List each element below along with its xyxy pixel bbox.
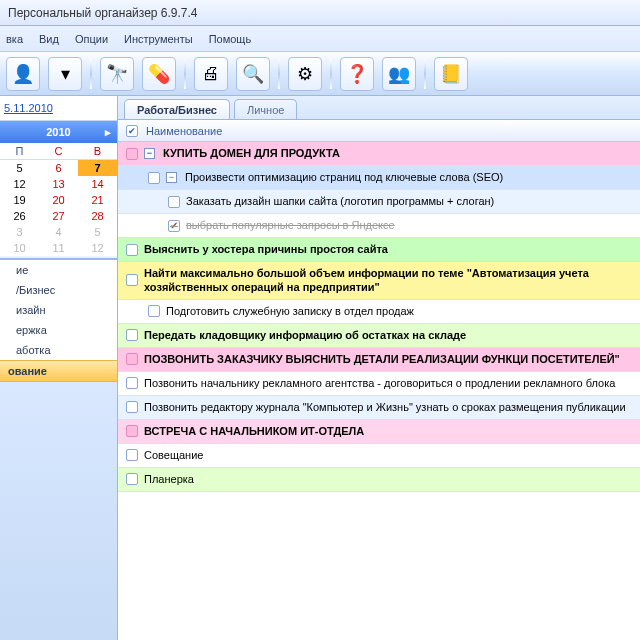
task-label: Планерка [144, 472, 634, 486]
calendar-day[interactable]: 10 [0, 240, 39, 256]
task-row[interactable]: Передать кладовщику информацию об остатк… [118, 324, 640, 348]
task-row[interactable]: ВСТРЕЧА С НАЧАЛЬНИКОМ ИТ-ОТДЕЛА [118, 420, 640, 444]
select-all-checkbox[interactable]: ✔ [126, 125, 138, 137]
calendar-day[interactable]: 27 [39, 208, 78, 224]
tree-toggle-icon[interactable]: − [166, 172, 177, 183]
task-row[interactable]: Позвонить начальнику рекламного агентств… [118, 372, 640, 396]
task-checkbox[interactable] [126, 377, 138, 389]
task-label: Совещание [144, 448, 634, 462]
task-row[interactable]: Совещание [118, 444, 640, 468]
category-item[interactable]: ержка [0, 320, 117, 340]
task-label: ПОЗВОНИТЬ ЗАКАЗЧИКУ ВЫЯСНИТЬ ДЕТАЛИ РЕАЛ… [144, 352, 634, 366]
category-selected[interactable]: ование [0, 360, 117, 382]
calendar-day[interactable]: 21 [78, 192, 117, 208]
calendar-day[interactable]: 12 [78, 240, 117, 256]
task-checkbox[interactable] [148, 172, 160, 184]
calendar-day[interactable]: 28 [78, 208, 117, 224]
category-item[interactable]: /Бизнес [0, 280, 117, 300]
people-icon[interactable]: 👥 [382, 57, 416, 91]
calendar-day[interactable]: 14 [78, 176, 117, 192]
task-label: Позвонить редактору журнала "Компьютер и… [144, 400, 634, 414]
task-checkbox[interactable] [126, 425, 138, 437]
calendar-day[interactable]: 4 [39, 224, 78, 240]
calendar-day[interactable]: 7 [78, 160, 117, 177]
task-row[interactable]: Заказать дизайн шапки сайта (логотип про… [118, 190, 640, 214]
calendar-day[interactable]: 13 [39, 176, 78, 192]
task-checkbox[interactable] [168, 196, 180, 208]
task-row[interactable]: Планерка [118, 468, 640, 492]
category-item[interactable]: ие [0, 260, 117, 280]
task-label: Подготовить служебную записку в отдел пр… [166, 304, 634, 318]
chevron-right-icon[interactable]: ▸ [105, 126, 111, 139]
tabs: Работа/Бизнес Личное [118, 96, 640, 120]
task-label: Найти максимально большой объем информац… [144, 266, 634, 295]
task-checkbox[interactable] [126, 274, 138, 286]
content-area: Работа/Бизнес Личное ✔ Наименование −КУП… [118, 96, 640, 640]
calendar[interactable]: П С В 567121314192021262728345101112 [0, 143, 117, 256]
task-label: ВСТРЕЧА С НАЧАЛЬНИКОМ ИТ-ОТДЕЛА [144, 424, 634, 438]
task-checkbox[interactable] [126, 401, 138, 413]
sidebar: 5.11.2010 2010 ▸ П С В 56712131419202126… [0, 96, 118, 640]
calendar-day[interactable]: 5 [0, 160, 39, 177]
task-label: Произвести оптимизацию страниц под ключе… [185, 170, 634, 184]
calendar-day[interactable]: 20 [39, 192, 78, 208]
menu-item[interactable]: Опции [75, 33, 108, 45]
task-row[interactable]: Найти максимально большой объем информац… [118, 262, 640, 300]
column-header[interactable]: ✔ Наименование [118, 120, 640, 142]
task-row[interactable]: −КУПИТЬ ДОМЕН ДЛЯ ПРОДУКТА [118, 142, 640, 166]
user-icon[interactable]: 👤 [6, 57, 40, 91]
help-icon[interactable]: ❓ [340, 57, 374, 91]
task-checkbox[interactable] [126, 473, 138, 485]
task-checkbox[interactable] [168, 220, 180, 232]
funnel-icon[interactable]: ▾ [48, 57, 82, 91]
calendar-day[interactable]: 19 [0, 192, 39, 208]
task-row[interactable]: Позвонить редактору журнала "Компьютер и… [118, 396, 640, 420]
task-checkbox[interactable] [126, 148, 138, 160]
gear-icon[interactable]: ⚙ [288, 57, 322, 91]
notepad-icon[interactable]: 📒 [434, 57, 468, 91]
tree-toggle-icon[interactable]: − [144, 148, 155, 159]
menu-item[interactable]: Помощь [209, 33, 252, 45]
calendar-day[interactable]: 11 [39, 240, 78, 256]
category-item[interactable]: аботка [0, 340, 117, 360]
app-title: Персональный органайзер 6.9.7.4 [8, 6, 198, 20]
category-item[interactable]: изайн [0, 300, 117, 320]
menu-item[interactable]: Вид [39, 33, 59, 45]
calendar-day[interactable]: 12 [0, 176, 39, 192]
task-row[interactable]: Подготовить служебную записку в отдел пр… [118, 300, 640, 324]
task-row[interactable]: ПОЗВОНИТЬ ЗАКАЗЧИКУ ВЫЯСНИТЬ ДЕТАЛИ РЕАЛ… [118, 348, 640, 372]
tab-personal[interactable]: Личное [234, 99, 297, 119]
menu-item[interactable]: Инструменты [124, 33, 193, 45]
task-row[interactable]: выбрать популярные запросы в Яндексе [118, 214, 640, 238]
title-bar: Персональный органайзер 6.9.7.4 [0, 0, 640, 26]
category-panel: ие/Бизнесизайнержкааботка ование [0, 258, 117, 640]
current-date-link[interactable]: 5.11.2010 [0, 96, 117, 121]
task-label: Заказать дизайн шапки сайта (логотип про… [186, 194, 634, 208]
printer-icon[interactable]: 🖨 [194, 57, 228, 91]
calendar-day[interactable]: 26 [0, 208, 39, 224]
calendar-day[interactable]: 5 [78, 224, 117, 240]
pill-icon[interactable]: 💊 [142, 57, 176, 91]
task-checkbox[interactable] [126, 449, 138, 461]
toolbar: 👤 ▾ 🔭 💊 🖨 🔍 ⚙ ❓ 👥 📒 [0, 52, 640, 96]
task-list[interactable]: −КУПИТЬ ДОМЕН ДЛЯ ПРОДУКТА−Произвести оп… [118, 142, 640, 640]
task-checkbox[interactable] [126, 244, 138, 256]
tab-work[interactable]: Работа/Бизнес [124, 99, 230, 119]
menu-bar: вка Вид Опции Инструменты Помощь [0, 26, 640, 52]
task-row[interactable]: −Произвести оптимизацию страниц под ключ… [118, 166, 640, 190]
task-checkbox[interactable] [126, 329, 138, 341]
calendar-day[interactable]: 3 [0, 224, 39, 240]
menu-item[interactable]: вка [6, 33, 23, 45]
calendar-day[interactable]: 6 [39, 160, 78, 177]
task-row[interactable]: Выяснить у хостера причины простоя сайта [118, 238, 640, 262]
task-label: Выяснить у хостера причины простоя сайта [144, 242, 634, 256]
task-label: КУПИТЬ ДОМЕН ДЛЯ ПРОДУКТА [163, 146, 634, 160]
column-title: Наименование [146, 125, 222, 137]
task-checkbox[interactable] [126, 353, 138, 365]
preview-icon[interactable]: 🔍 [236, 57, 270, 91]
task-label: выбрать популярные запросы в Яндексе [186, 218, 634, 232]
task-label: Передать кладовщику информацию об остатк… [144, 328, 634, 342]
task-checkbox[interactable] [148, 305, 160, 317]
calendar-month-header[interactable]: 2010 ▸ [0, 121, 117, 143]
binoculars-icon[interactable]: 🔭 [100, 57, 134, 91]
